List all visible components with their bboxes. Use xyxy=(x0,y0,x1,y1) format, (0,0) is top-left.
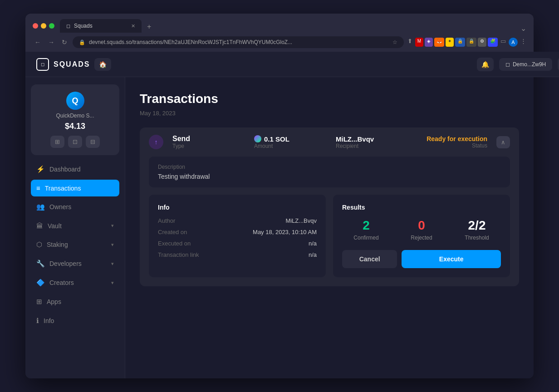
author-value: MiLZ...Bvqv xyxy=(285,217,317,224)
sidebar-item-apps[interactable]: ⊞ Apps xyxy=(31,293,119,310)
forward-button[interactable]: → xyxy=(46,37,56,48)
ext-badge-6[interactable]: 🔒 xyxy=(466,38,476,47)
transaction-header: ↑ Send Type 0.1 SOL Amount xyxy=(140,127,519,157)
transaction-card: ↑ Send Type 0.1 SOL Amount xyxy=(140,127,519,286)
sol-logo-icon xyxy=(254,135,261,142)
sidebar-item-label: Info xyxy=(44,317,114,324)
sidebar-item-owners[interactable]: 👥 Owners xyxy=(31,198,119,216)
owners-icon: 👥 xyxy=(36,203,45,211)
toolbar-icons: ⬆ M ◈ 🦊 ✦ 🔒 🔒 ⚙ 🧩 ▭ A ⋮ xyxy=(407,38,526,47)
squad-action-qr[interactable]: ⊞ xyxy=(50,136,64,148)
tx-type-column: Send Type xyxy=(172,135,245,149)
vault-icon: 🏛 xyxy=(36,222,43,230)
new-tab-button[interactable]: + xyxy=(143,21,155,33)
ext-badge-4[interactable]: ✦ xyxy=(446,38,454,47)
description-box: Description Testing withdrawal xyxy=(149,157,510,187)
transactions-icon: ≡ xyxy=(36,184,40,192)
chrome-menu-icon[interactable]: ⋮ xyxy=(520,38,526,47)
threshold-label: Threshold xyxy=(453,235,501,241)
profile-icon[interactable]: A xyxy=(509,38,518,47)
sidebar-item-transactions[interactable]: ≡ Transactions xyxy=(31,180,119,196)
home-button[interactable]: 🏠 xyxy=(94,58,111,71)
threshold-stat: 2/2 Threshold xyxy=(453,218,501,241)
sidebar-item-label: Owners xyxy=(49,203,114,211)
ext-badge-2[interactable]: ◈ xyxy=(425,38,433,47)
sidebar-item-label: Dashboard xyxy=(49,166,114,173)
tab-bar: ◻ Squads ✕ + ⌄ xyxy=(60,19,526,33)
squad-action-send[interactable]: ⊟ xyxy=(86,136,100,148)
tx-recipient-sublabel: Recipient xyxy=(336,143,387,149)
sidebar-item-dashboard[interactable]: ⚡ Dashboard xyxy=(31,161,119,178)
tx-toggle-button[interactable]: ∧ xyxy=(496,136,510,148)
txlink-label: Transaction link xyxy=(158,251,199,258)
logo-box: ◻ xyxy=(36,58,49,71)
close-window-button[interactable] xyxy=(33,23,38,29)
browser-titlebar: ◻ Squads ✕ + ⌄ xyxy=(25,14,534,33)
ext-badge-1[interactable]: M xyxy=(415,38,423,47)
results-stats: 2 Confirmed 0 Rejected 2/2 xyxy=(342,218,501,241)
confirmed-label: Confirmed xyxy=(342,235,390,241)
notifications-button[interactable]: 🔔 xyxy=(477,58,494,71)
executed-label: Executed on xyxy=(158,240,191,247)
browser-toolbar: ← → ↻ 🔒 devnet.squads.so/transactions/NE… xyxy=(25,33,534,52)
info-row-author: Author MiLZ...Bvqv xyxy=(158,217,317,224)
cancel-button[interactable]: Cancel xyxy=(342,250,397,268)
info-row-created: Created on May 18, 2023, 10:10 AM xyxy=(158,229,317,235)
tab-menu-button[interactable]: ⌄ xyxy=(520,24,526,33)
info-row-executed: Executed on n/a xyxy=(158,240,317,247)
wallet-button[interactable]: ◻ Demo...Zw9H xyxy=(499,58,534,71)
developers-icon: 🔧 xyxy=(36,260,45,268)
tx-type-label: Send xyxy=(172,135,245,143)
rejected-count: 0 xyxy=(397,218,446,233)
ssl-lock-icon: 🔒 xyxy=(79,39,85,45)
squad-action-copy[interactable]: ⊡ xyxy=(68,136,82,148)
url-text: devnet.squads.so/transactions/NEh2aUJENn… xyxy=(89,39,389,45)
app-content: ◻ SQUADS 🏠 🔔 ◻ Demo...Zw9H ••• xyxy=(25,52,534,378)
confirmed-count: 2 xyxy=(342,218,390,233)
sidebar-toggle-icon[interactable]: ▭ xyxy=(500,38,506,47)
description-text: Testing withdrawal xyxy=(158,173,501,180)
sidebar-item-label: Developers xyxy=(49,260,107,267)
arrow-up-icon: ↑ xyxy=(155,138,158,146)
traffic-lights xyxy=(33,23,54,29)
logo-text: SQUADS xyxy=(54,60,90,69)
rejected-stat: 0 Rejected xyxy=(397,218,446,241)
sidebar-item-creators[interactable]: 🔷 Creators ▾ xyxy=(31,274,119,291)
sidebar-item-vault[interactable]: 🏛 Vault ▾ xyxy=(31,217,119,234)
tx-status-column: Ready for execution Status xyxy=(397,135,487,149)
execute-button[interactable]: Execute xyxy=(402,250,501,268)
chevron-down-icon: ▾ xyxy=(111,280,114,286)
ext-badge-3[interactable]: 🦊 xyxy=(434,38,444,47)
sidebar-item-info[interactable]: ℹ Info xyxy=(31,312,119,329)
rejected-label: Rejected xyxy=(397,235,446,241)
sidebar-item-developers[interactable]: 🔧 Developers ▾ xyxy=(31,255,119,272)
tx-amount-value: 0.1 SOL xyxy=(254,135,327,143)
minimize-window-button[interactable] xyxy=(41,23,46,29)
share-icon[interactable]: ⬆ xyxy=(407,38,412,47)
chevron-down-icon: ▾ xyxy=(111,242,114,248)
tx-status-label: Ready for execution xyxy=(397,135,487,142)
ext-badge-8[interactable]: 🧩 xyxy=(488,38,498,47)
transaction-body: Description Testing withdrawal Info Auth… xyxy=(140,157,519,286)
back-button[interactable]: ← xyxy=(33,37,43,48)
confirmed-stat: 2 Confirmed xyxy=(342,218,390,241)
sidebar-item-staking[interactable]: ⬡ Staking ▾ xyxy=(31,236,119,253)
browser-tab[interactable]: ◻ Squads ✕ xyxy=(60,19,142,33)
squad-card: Q QuickDemo S... $4.13 ⊞ ⊡ ⊟ xyxy=(31,84,119,155)
maximize-window-button[interactable] xyxy=(49,23,54,29)
wallet-label: Demo...Zw9H xyxy=(513,61,534,68)
tab-title: Squads xyxy=(74,23,93,29)
results-title: Results xyxy=(342,204,501,211)
ext-badge-7[interactable]: ⚙ xyxy=(478,38,486,47)
apps-icon: ⊞ xyxy=(36,298,42,306)
refresh-button[interactable]: ↻ xyxy=(60,37,69,48)
tx-recipient-column: MiLZ...Bvqv Recipient xyxy=(336,135,387,149)
address-bar[interactable]: 🔒 devnet.squads.so/transactions/NEh2aUJE… xyxy=(73,36,404,48)
squad-actions: ⊞ ⊡ ⊟ xyxy=(50,136,100,148)
ext-badge-5[interactable]: 🔒 xyxy=(455,38,465,47)
tx-recipient-value: MiLZ...Bvqv xyxy=(336,135,387,143)
results-box: Results 2 Confirmed 0 Rejected xyxy=(333,195,510,277)
tab-close-button[interactable]: ✕ xyxy=(131,23,135,29)
squad-avatar: Q xyxy=(66,92,84,110)
tx-type-sublabel: Type xyxy=(172,143,245,149)
